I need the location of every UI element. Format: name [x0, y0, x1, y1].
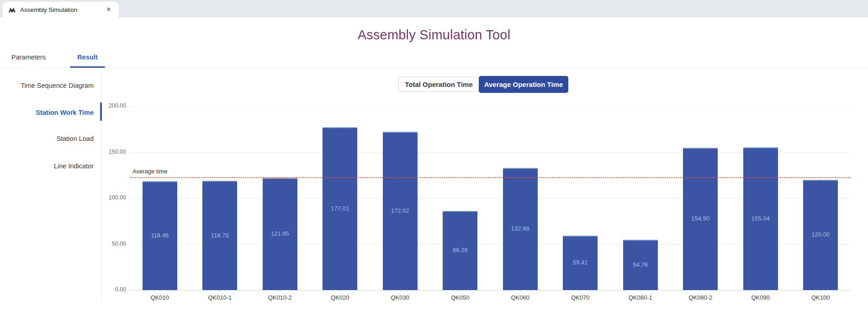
x-axis-tick: [520, 290, 521, 292]
x-axis-tick: [640, 290, 641, 292]
x-axis-tick: [400, 290, 401, 292]
x-axis-label: QK010-1: [192, 294, 247, 301]
y-axis-tick-label: 50.00: [82, 241, 126, 247]
x-axis-tick: [761, 290, 761, 292]
gridline: [130, 106, 851, 107]
x-axis-tick: [820, 290, 821, 292]
bar-value-label: 121.95: [253, 230, 307, 237]
x-axis-label: QK070: [553, 294, 608, 301]
x-axis-label: QK080-1: [613, 294, 668, 301]
x-axis-tick: [460, 290, 460, 292]
average-time-line: [130, 177, 851, 178]
bar-value-label: 86.29: [433, 247, 487, 253]
bar-value-label: 155.04: [733, 215, 788, 222]
bar-value-label: 132.88: [493, 225, 548, 232]
bar-value-label: 118.46: [132, 232, 187, 239]
x-axis-tick: [700, 290, 701, 292]
x-axis-tick: [580, 290, 581, 292]
bar-value-label: 120.00: [793, 231, 848, 238]
x-axis-label: QK080-2: [673, 294, 728, 301]
x-axis-tick: [280, 290, 281, 292]
x-axis-label: QK060: [493, 294, 548, 301]
x-axis-label: QK100: [793, 294, 848, 301]
bar-value-label: 177.01: [312, 205, 367, 212]
x-axis-line: [130, 290, 851, 290]
bar-value-label: 172.02: [373, 207, 428, 214]
bar-value-label: 154.90: [673, 215, 728, 222]
x-axis-label: QK030: [373, 294, 428, 301]
x-axis-label: QK010: [132, 294, 187, 301]
bar-value-label: 118.75: [192, 232, 247, 239]
x-axis-label: QK010-2: [253, 294, 307, 301]
y-axis-tick-label: 150.00: [82, 149, 126, 155]
bar-value-label: 54.76: [613, 261, 668, 268]
x-axis-tick: [220, 290, 220, 292]
x-axis-label: QK020: [312, 294, 367, 301]
gridline: [130, 198, 851, 199]
x-axis-tick: [160, 290, 160, 292]
x-axis-label: QK050: [433, 294, 487, 301]
bar-value-label: 59.41: [553, 259, 608, 266]
y-axis-tick-label: 0.00: [82, 286, 126, 293]
average-time-label: Average time: [132, 168, 167, 175]
average-operation-time-button[interactable]: Average Operation Time: [479, 76, 568, 93]
y-axis-tick-label: 100.00: [82, 194, 126, 201]
x-axis-label: QK090: [733, 294, 788, 301]
gridline: [130, 152, 851, 153]
x-axis-tick: [340, 290, 340, 292]
gridline: [130, 244, 851, 245]
station-work-time-bar-chart: 200.00150.00100.0050.000.00118.46QK01011…: [0, 0, 868, 312]
y-axis-tick-label: 200.00: [82, 102, 126, 109]
